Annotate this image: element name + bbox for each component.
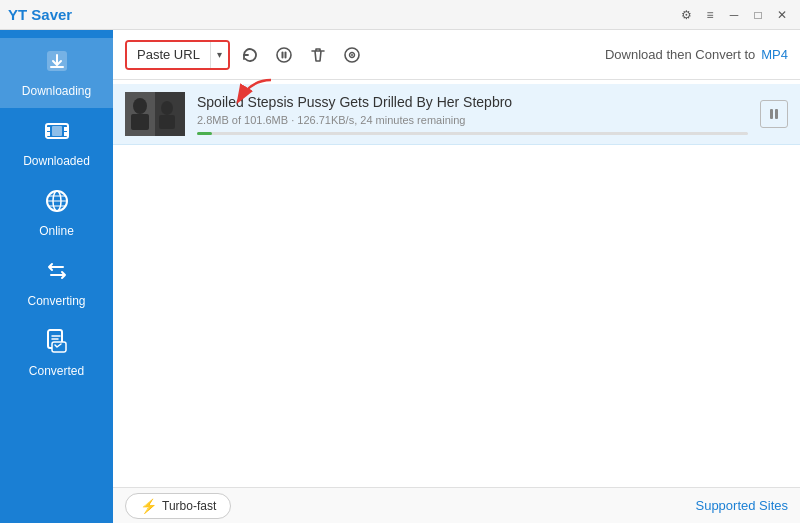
svg-rect-3 [64,127,68,131]
svg-rect-21 [131,114,149,130]
sidebar-item-downloading[interactable]: Downloading [0,38,113,108]
title-bar-controls: ⚙ ≡ ─ □ ✕ [676,5,792,25]
svg-rect-13 [284,51,286,58]
main-layout: Downloading Downloaded [0,30,800,523]
settings-button[interactable]: ⚙ [676,5,696,25]
delete-button[interactable] [304,41,332,69]
svg-point-16 [351,54,353,56]
supported-sites-link[interactable]: Supported Sites [695,498,788,513]
download-pause-button[interactable] [760,100,788,128]
svg-rect-25 [775,109,778,119]
svg-rect-4 [46,132,50,136]
turbo-icon: ⚡ [140,498,157,514]
download-thumbnail [125,92,185,136]
svg-rect-10 [52,342,66,352]
download-list: Spoiled Stepsis Pussy Gets Drilled By He… [113,80,800,487]
convert-icon [44,258,70,290]
download-item: Spoiled Stepsis Pussy Gets Drilled By He… [113,84,800,145]
svg-point-11 [277,48,291,62]
title-bar-left: YT Saver [8,6,72,23]
svg-point-20 [133,98,147,114]
svg-rect-24 [770,109,773,119]
content-wrapper: Paste URL ▾ [113,30,800,523]
thumbnail-image [125,92,185,136]
toolbar-right: Download then Convert to MP4 [605,47,788,62]
sidebar-label-online: Online [39,224,74,238]
minimize-button[interactable]: ─ [724,5,744,25]
turbo-label: Turbo-fast [162,499,216,513]
sidebar-item-online[interactable]: Online [0,178,113,248]
close-button[interactable]: ✕ [772,5,792,25]
menu-button[interactable]: ≡ [700,5,720,25]
film-icon [44,118,70,150]
paste-url-label: Paste URL [127,42,210,68]
paste-url-button[interactable]: Paste URL ▾ [125,40,230,70]
sidebar: Downloading Downloaded [0,30,113,523]
sidebar-label-downloading: Downloading [22,84,91,98]
sidebar-label-downloaded: Downloaded [23,154,90,168]
download-meta: 2.8MB of 101.6MB · 126.71KB/s, 24 minute… [197,114,748,126]
pause-all-button[interactable] [270,41,298,69]
convert-format-link[interactable]: MP4 [761,47,788,62]
sidebar-label-converting: Converting [27,294,85,308]
svg-point-22 [161,101,173,115]
svg-rect-2 [46,127,50,131]
download-progress-fill [197,132,212,135]
svg-rect-5 [64,132,68,136]
download-info: Spoiled Stepsis Pussy Gets Drilled By He… [197,94,748,135]
app-title: YT Saver [8,6,72,23]
turbo-fast-button[interactable]: ⚡ Turbo-fast [125,493,231,519]
globe-icon [44,188,70,220]
convert-prefix: Download then Convert to [605,47,755,62]
svg-rect-12 [281,51,283,58]
svg-rect-6 [52,126,62,136]
download-title: Spoiled Stepsis Pussy Gets Drilled By He… [197,94,748,110]
content-area: Paste URL ▾ [113,30,800,487]
sidebar-label-converted: Converted [29,364,84,378]
toolbar-left: Paste URL ▾ [125,40,366,70]
bottom-bar: ⚡ Turbo-fast Supported Sites [113,487,800,523]
refresh-button[interactable] [236,41,264,69]
download-progress-bar [197,132,748,135]
toolbar: Paste URL ▾ [113,30,800,80]
sidebar-item-converting[interactable]: Converting [0,248,113,318]
download-icon [44,48,70,80]
sidebar-item-converted[interactable]: Converted [0,318,113,388]
paste-url-dropdown-icon: ▾ [210,42,228,68]
preview-button[interactable] [338,41,366,69]
maximize-button[interactable]: □ [748,5,768,25]
sidebar-item-downloaded[interactable]: Downloaded [0,108,113,178]
app-container: YT Saver ⚙ ≡ ─ □ ✕ Downloading [0,0,800,523]
converted-icon [44,328,70,360]
title-bar: YT Saver ⚙ ≡ ─ □ ✕ [0,0,800,30]
svg-rect-23 [159,115,175,129]
